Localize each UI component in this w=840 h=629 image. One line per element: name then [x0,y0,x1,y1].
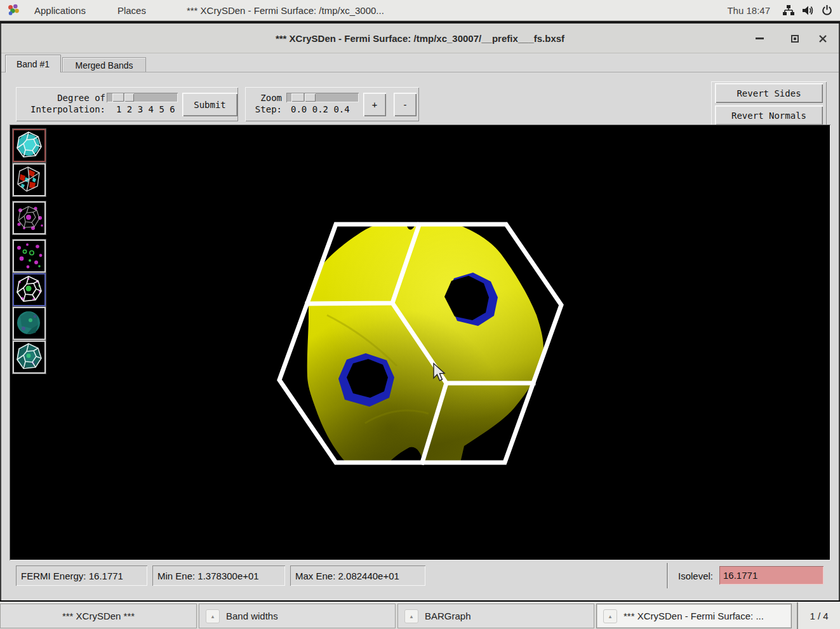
thumbnail-magenta-green-pockets[interactable] [13,240,46,273]
zoom-step-slider[interactable] [286,93,359,102]
interpolation-label: Degree ofInterpolation: [19,92,105,115]
thumbnail-3-image [14,203,43,232]
zoom-step-scale-ticks: 0.0 0.2 0.4 [291,104,350,114]
power-icon [821,4,833,17]
thumbnail-2-image [14,165,43,194]
desktop-taskbar: *** XCrySDen *** ▴ Band widths ▴ BARGrap… [0,602,840,629]
revert-normals-button[interactable]: Revert Normals [715,105,823,125]
min-energy-readout: Min Ene: 1.378300e+01 [152,565,285,586]
window-icon: ▴ [404,609,418,623]
thumbnail-wireframe-green-magenta[interactable] [13,273,46,306]
power-icon[interactable] [817,0,836,21]
network-icon [782,4,795,17]
interpolation-scale-ticks: 1 2 3 4 5 6 [116,104,175,114]
maximize-icon [791,35,799,43]
window-icon: ▴ [206,609,220,623]
taskbar-item-label: *** XCrySDen - Fermi Surface: ... [623,611,764,621]
thumbnail-cube-red-cyan-patches[interactable] [13,163,46,196]
thumbnail-7-image [14,342,43,371]
minimize-icon [756,37,764,39]
desktop-top-panel: Applications Places *** XCrySDen - Fermi… [0,0,840,21]
zoom-plus-button[interactable]: + [363,93,386,116]
taskbar-item-xcrysden[interactable]: *** XCrySDen *** [0,604,197,628]
fermi-surface [307,225,543,463]
interpolation-slider-handle[interactable] [112,93,134,102]
taskbar-item-fermi-surface[interactable]: ▴ *** XCrySDen - Fermi Surface: ... [596,604,792,628]
distro-logo-icon[interactable] [0,0,25,21]
window-icon: ▴ [603,609,617,623]
network-icon[interactable] [779,0,798,21]
revert-sides-button[interactable]: Revert Sides [715,83,823,103]
workspace-pager[interactable]: 1 / 4 [797,602,840,629]
zoom-step-slider-handle[interactable] [291,93,316,102]
isolevel-input[interactable]: 16.1771 [719,566,823,585]
max-energy-readout: Max Ene: 2.082440e+01 [290,565,425,586]
window-title: *** XCrySDen - Fermi Surface: /tmp/xc_30… [276,33,564,44]
maximize-button[interactable] [784,24,806,53]
interpolation-slider[interactable] [107,93,178,102]
taskbar-item-band-widths[interactable]: ▴ Band widths [199,604,396,628]
thumbnail-5-image [14,274,43,304]
zoom-label-line2: Step: [255,104,282,114]
panel-clock[interactable]: Thu 18:47 [718,0,779,21]
tab-merged-bands[interactable]: Merged Bands [62,57,146,72]
tabbar-divider [1,72,839,72]
band-tabbar: Band #1 Merged Bands [1,53,839,72]
statusbar-divider [667,563,668,588]
thumbnail-cyan-surface-in-wireframe[interactable] [13,129,46,162]
zoom-label-line1: Zoom [260,93,282,103]
zoom-step-label: ZoomStep: [249,92,282,115]
thumbnail-4-image [14,241,43,270]
close-button[interactable] [812,24,834,53]
taskbar-item-bargraph[interactable]: ▴ BARGraph [397,604,594,628]
taskbar-item-label: *** XCrySDen *** [62,611,135,621]
volume-icon[interactable] [798,0,817,21]
interpolation-label-line2: Interpolation: [30,104,105,114]
fermi-surface-scene [10,125,830,560]
panel-active-window-title[interactable]: *** XCrySDen - Fermi Surface: /tmp/xc_30… [178,0,393,21]
neck-hole-lower-left [338,353,394,407]
statusbar: FERMI Energy: 16.1771 Min Ene: 1.378300e… [1,560,839,600]
fermi-energy-readout: FERMI Energy: 16.1771 [16,565,147,586]
taskbar-item-label: Band widths [226,611,278,621]
thumbnail-6-image [14,308,43,337]
distro-logo-icon [6,3,20,17]
fermi-surface-viewport[interactable] [10,125,830,560]
tab-band-1[interactable]: Band #1 [5,55,61,72]
isolevel-label: Isolevel: [678,565,713,586]
thumbnail-solid-teal-surface[interactable] [13,307,46,340]
menu-applications[interactable]: Applications [25,0,95,21]
taskbar-item-label: BARGraph [425,611,471,621]
menu-places[interactable]: Places [109,0,155,21]
close-icon [818,34,827,43]
interpolation-label-line1: Degree of [57,93,105,103]
thumbnail-teal-surface-wireframe[interactable] [13,341,46,374]
zoom-minus-button[interactable]: - [394,93,417,116]
window-titlebar[interactable]: *** XCrySDen - Fermi Surface: /tmp/xc_30… [1,24,839,53]
volume-icon [801,4,815,17]
thumbnail-1-image [14,130,43,159]
thumbnail-magenta-blobs-wireframe[interactable] [13,201,46,234]
submit-button[interactable]: Submit [182,93,237,116]
minimize-button[interactable] [749,24,770,53]
